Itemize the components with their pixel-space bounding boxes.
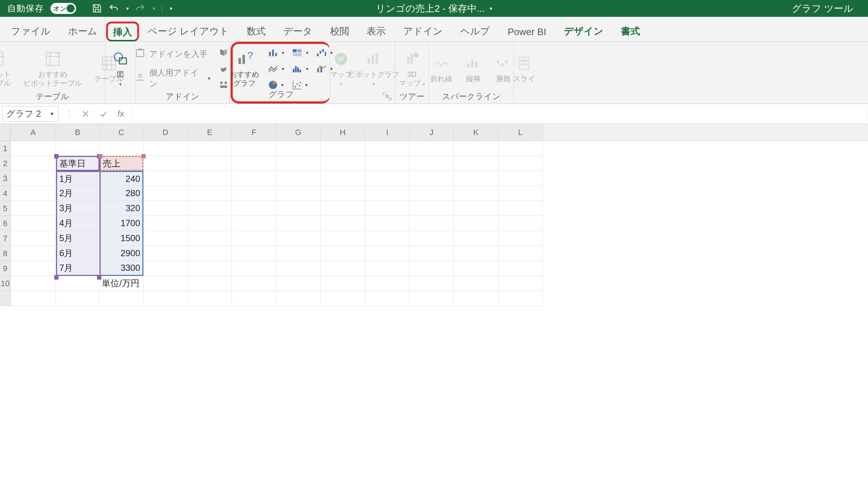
selection-handle[interactable] [97,275,101,280]
cell[interactable] [188,156,232,171]
cell[interactable] [498,246,543,261]
tab-home[interactable]: ホーム [59,20,106,41]
redo-icon[interactable] [135,3,146,14]
row-header-7[interactable]: 7 [0,231,11,246]
selection-handle[interactable] [98,154,102,158]
cell[interactable] [454,231,498,246]
cell-b2[interactable]: 基準日 [56,156,100,171]
cell-b8[interactable]: 6月 [56,246,100,261]
cell[interactable] [143,291,188,306]
cell[interactable] [498,231,543,246]
cell-b4[interactable]: 2月 [56,186,100,201]
recommended-pivot-button[interactable]: ? おすすめ ピボットテーブル [21,49,84,89]
sparkline-line-button[interactable]: 折れ線 [428,53,454,85]
shapes-button[interactable]: 図▾ [109,49,131,89]
cell[interactable] [188,201,232,216]
cell[interactable] [11,291,56,306]
cell[interactable] [409,201,454,216]
cell[interactable] [276,141,321,156]
cell[interactable] [188,171,232,186]
cell[interactable] [11,141,56,156]
cell[interactable] [143,246,188,261]
col-header-e[interactable]: E [188,124,232,141]
cell[interactable] [365,261,409,276]
cell[interactable] [454,216,498,231]
col-header-b[interactable]: B [56,124,100,141]
cell[interactable] [276,231,321,246]
redo-dropdown-icon[interactable]: ▾ [153,5,155,11]
undo-dropdown-icon[interactable]: ▾ [126,5,129,11]
cell[interactable] [11,246,56,261]
cell[interactable] [321,186,365,201]
cell[interactable] [188,246,232,261]
cell[interactable] [321,141,365,156]
cell[interactable] [100,291,143,306]
pivot-chart-button[interactable]: ピボットグラフ▾ [346,49,401,89]
cell[interactable] [409,291,454,306]
cell[interactable] [56,276,100,291]
cell[interactable] [454,171,498,186]
row-header-5[interactable]: 5 [0,201,11,216]
spreadsheet-grid[interactable]: 1 2 基準日 売上 3 1月 240 4 [0,141,868,486]
cell[interactable] [365,201,409,216]
cell[interactable] [276,201,321,216]
save-icon[interactable] [91,3,102,14]
row-header-1[interactable]: 1 [0,141,11,156]
cell[interactable] [365,156,409,171]
col-header-j[interactable]: J [409,124,454,141]
cell[interactable] [321,231,365,246]
tab-formulas[interactable]: 数式 [238,20,274,41]
cell[interactable] [188,276,232,291]
tab-insert[interactable]: 挿入 [106,22,139,41]
formula-input[interactable] [132,106,868,122]
cell[interactable] [409,186,454,201]
cell[interactable] [276,156,321,171]
cell[interactable] [498,261,543,276]
name-box-dropdown-icon[interactable]: ▼ [49,111,55,117]
tab-data[interactable]: データ [274,20,321,41]
cell[interactable] [232,261,276,276]
cell[interactable] [143,186,188,201]
cell[interactable] [100,141,143,156]
cell[interactable] [498,276,543,291]
qat-customise-icon[interactable]: ▾ [170,5,172,11]
tab-powerbi[interactable]: Power BI [499,22,555,41]
cell-c9[interactable]: 3300 [100,261,143,276]
name-box[interactable]: グラフ 2 ▼ [2,106,59,122]
cell[interactable] [11,276,56,291]
cell-c2[interactable]: 売上 [100,156,143,171]
cell-c8[interactable]: 2900 [100,246,143,261]
cell[interactable] [188,186,232,201]
tab-view[interactable]: 表示 [358,20,394,41]
cell-b9[interactable]: 7月 [56,261,100,276]
cell[interactable] [232,216,276,231]
hierarchy-chart-button[interactable]: ▾ [288,48,311,57]
tab-page-layout[interactable]: ページ レイアウト [139,20,238,41]
cell[interactable] [11,201,56,216]
cell[interactable] [188,231,232,246]
scatter-chart-button[interactable]: ▾ [288,79,311,90]
cancel-icon[interactable] [81,109,91,119]
cell[interactable] [321,246,365,261]
line-chart-button[interactable]: ▾ [264,64,287,73]
map3d-button[interactable]: 3D マップ ▾ [397,49,427,89]
tab-design[interactable]: デザイン [555,20,612,41]
select-all-corner[interactable] [0,124,11,141]
cell[interactable] [498,156,543,171]
cell[interactable] [232,171,276,186]
cell[interactable] [365,141,409,156]
col-header-k[interactable]: K [454,124,498,141]
cell[interactable] [409,216,454,231]
cell[interactable] [321,171,365,186]
cell[interactable] [321,276,365,291]
cell[interactable] [276,291,321,306]
cell[interactable] [143,201,188,216]
tab-help[interactable]: ヘルプ [452,20,499,41]
cell[interactable] [321,201,365,216]
cell[interactable] [143,141,188,156]
cell[interactable] [365,171,409,186]
fx-icon[interactable]: fx [116,109,126,119]
selection-handle[interactable] [54,154,59,158]
col-header-g[interactable]: G [276,124,321,141]
cell[interactable] [143,171,188,186]
